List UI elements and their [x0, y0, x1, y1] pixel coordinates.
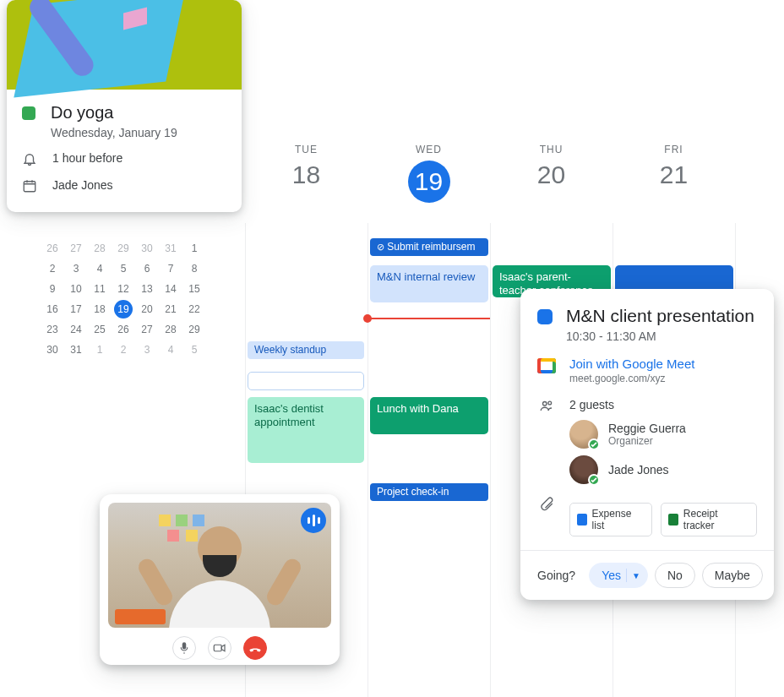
docs-icon [577, 514, 587, 525]
popover-time: 10:30 - 11:30 AM [566, 329, 754, 343]
week-day-column[interactable]: THU20 [490, 144, 612, 203]
event-color-chip [22, 106, 35, 120]
mini-month-day[interactable]: 5 [112, 259, 135, 279]
end-call-button[interactable] [243, 636, 267, 660]
mini-month-day[interactable]: 10 [64, 279, 88, 299]
week-day-column[interactable]: S2 [735, 144, 784, 203]
mini-month-day[interactable]: 20 [135, 299, 159, 319]
avatar [569, 420, 598, 449]
guest-row[interactable]: Reggie GuerraOrganizer [569, 420, 757, 449]
mini-month-day[interactable]: 31 [159, 238, 182, 259]
mini-month-day[interactable]: 22 [182, 299, 206, 319]
mini-month-day[interactable]: 24 [64, 319, 88, 340]
popover-title: M&N client presentation [566, 306, 754, 326]
rsvp-maybe-button[interactable]: Maybe [702, 563, 763, 588]
day-of-week-label: WED [368, 144, 490, 155]
mini-month-day[interactable]: 7 [159, 259, 182, 279]
rsvp-no-button[interactable]: No [655, 563, 695, 588]
mini-month-day[interactable]: 16 [41, 299, 64, 319]
mini-month-day[interactable]: 26 [112, 319, 135, 340]
join-meet-link[interactable]: Join with Google Meet [569, 357, 694, 371]
mini-month-day[interactable]: 1 [182, 238, 206, 259]
week-day-column[interactable]: TUE18 [245, 144, 368, 203]
mini-month-day[interactable]: 12 [112, 279, 135, 299]
mini-month-day[interactable]: 3 [64, 259, 88, 279]
event-dentist[interactable]: Isaac's dentist appointment [248, 397, 364, 463]
mini-month-day[interactable]: 3 [135, 340, 159, 360]
bell-icon [22, 151, 37, 166]
event-reminder: 1 hour before [52, 151, 122, 165]
svg-point-2 [543, 402, 547, 406]
calendar-icon [22, 178, 37, 193]
mini-month-day[interactable]: 8 [182, 259, 206, 279]
mini-month-calendar[interactable]: 2627282930311234567891011121314151617181… [41, 238, 206, 360]
mini-month-day[interactable]: 11 [88, 279, 112, 299]
mini-month-day[interactable]: 2 [41, 259, 64, 279]
mini-month-day[interactable]: 29 [182, 319, 206, 340]
week-header: TUE18WED19THU20FRI21S2 [245, 144, 784, 203]
attachment-chip[interactable]: Expense list [569, 503, 652, 536]
mini-month-day[interactable]: 21 [159, 299, 182, 319]
video-frame[interactable] [108, 503, 331, 628]
event-popover: M&N client presentation 10:30 - 11:30 AM… [520, 289, 774, 600]
mini-month-day[interactable]: 4 [159, 340, 182, 360]
camera-button[interactable] [208, 636, 231, 660]
mini-month-day[interactable]: 5 [182, 340, 206, 360]
mini-month-day[interactable]: 27 [64, 238, 88, 259]
attachment-chip[interactable]: Receipt tracker [661, 503, 757, 536]
mini-month-day[interactable]: 14 [159, 279, 182, 299]
rsvp-yes-button[interactable]: Yes ▼ [589, 563, 648, 588]
event-lunch[interactable]: Lunch with Dana [370, 397, 488, 434]
mini-month-day[interactable]: 30 [135, 238, 159, 259]
day-number: 2 [735, 161, 784, 189]
going-label: Going? [537, 569, 575, 582]
mini-month-day[interactable]: 4 [88, 259, 112, 279]
mic-button[interactable] [172, 636, 196, 660]
event-hero-graphic [7, 0, 242, 90]
mini-month-day[interactable]: 17 [64, 299, 88, 319]
svg-point-3 [548, 401, 552, 405]
mini-month-day[interactable]: 31 [64, 340, 88, 360]
video-meeting-tile [100, 494, 340, 665]
mini-month-day[interactable]: 19 [112, 299, 135, 319]
meeting-controls [108, 636, 331, 660]
svg-rect-1 [214, 645, 221, 651]
mini-month-day[interactable]: 26 [41, 238, 64, 259]
event-submit-reimbursement[interactable]: ⊘ Submit reimbursem [370, 238, 488, 256]
day-number: 21 [612, 161, 735, 189]
mini-month-day[interactable]: 25 [88, 319, 112, 340]
attachment-icon [537, 496, 556, 511]
week-day-column[interactable]: WED19 [368, 144, 490, 203]
event-project-checkin[interactable]: Project check-in [370, 483, 488, 501]
event-weekly-standup[interactable]: Weekly standup [248, 341, 364, 359]
mini-month-day[interactable]: 15 [182, 279, 206, 299]
event-empty-slot[interactable] [248, 372, 364, 390]
mini-month-day[interactable]: 28 [88, 238, 112, 259]
mini-month-day[interactable]: 1 [88, 340, 112, 360]
mini-month-day[interactable]: 13 [135, 279, 159, 299]
participant-video [152, 526, 287, 628]
mini-month-day[interactable]: 6 [135, 259, 159, 279]
event-internal-review[interactable]: M&N internal review [370, 265, 488, 302]
week-day-column[interactable]: FRI21 [612, 144, 735, 203]
event-owner: Jade Jones [52, 178, 113, 192]
mini-month-day[interactable]: 2 [112, 340, 135, 360]
chevron-down-icon[interactable]: ▼ [632, 571, 640, 580]
now-indicator [368, 318, 490, 319]
event-date: Wednesday, January 19 [51, 126, 177, 139]
mini-month-day[interactable]: 28 [159, 319, 182, 340]
day-number: 20 [490, 161, 612, 189]
event-title: Do yoga [51, 103, 177, 123]
day-number: 18 [245, 161, 368, 189]
mini-month-day[interactable]: 23 [41, 319, 64, 340]
svg-rect-0 [24, 182, 35, 192]
mini-month-day[interactable]: 29 [112, 238, 135, 259]
mini-month-day[interactable]: 30 [41, 340, 64, 360]
mini-month-day[interactable]: 27 [135, 319, 159, 340]
guest-row[interactable]: Jade Jones [569, 455, 757, 484]
day-of-week-label: FRI [612, 144, 735, 155]
check-icon [588, 474, 600, 486]
mini-month-day[interactable]: 9 [41, 279, 64, 299]
mini-month-day[interactable]: 18 [88, 299, 112, 319]
event-color-square [537, 309, 553, 324]
